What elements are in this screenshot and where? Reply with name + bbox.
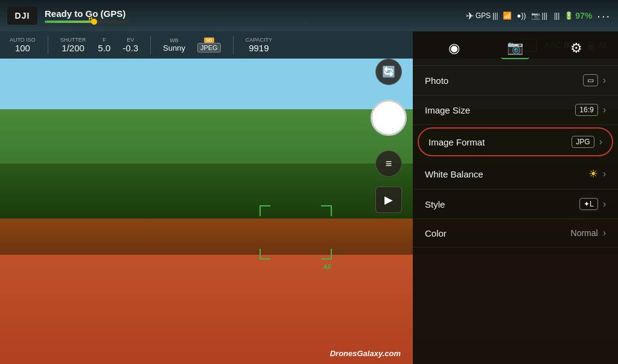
camera-icon: 📷 — [507, 40, 523, 56]
tab-aperture[interactable]: ◉ — [442, 38, 466, 59]
style-badge: ✦L — [579, 198, 598, 210]
ev-param: EV -0.3 — [123, 37, 138, 53]
ready-gps-section: Ready to Go (GPS) H — [45, 8, 129, 23]
param-divider-2 — [150, 36, 151, 54]
settings-panel: ◉ 📷 ⚙ Photo ▭ › Image Size 16:9 › I — [413, 31, 618, 364]
image-format-chevron: › — [599, 136, 602, 147]
style-row[interactable]: Style ✦L › — [413, 190, 618, 219]
playback-button[interactable]: ▶ — [375, 187, 402, 213]
capacity-param: CAPACITY 9919 — [246, 37, 272, 53]
capture-button[interactable] — [371, 100, 407, 136]
style-value: ✦L — [579, 198, 598, 210]
style-chevron: › — [603, 199, 606, 209]
dji-logo: DJI — [7, 7, 37, 25]
photo-label: Photo — [425, 75, 583, 86]
color-label: Color — [425, 228, 571, 238]
af-label: AF — [323, 263, 332, 270]
side-controls: 🔄 ≡ ▶ — [371, 59, 407, 213]
bracket-corner-tr — [321, 205, 332, 216]
param-divider-3 — [233, 36, 234, 54]
rotate-camera-button[interactable]: 🔄 — [375, 59, 402, 85]
gps-bar-fill — [45, 21, 95, 23]
aperture-param: F 5.0 — [98, 37, 110, 53]
white-balance-label: White Balance — [425, 169, 588, 179]
panel-tabs: ◉ 📷 ⚙ — [413, 31, 618, 66]
photo-setting-row[interactable]: Photo ▭ › — [413, 66, 618, 95]
image-size-label: Image Size — [425, 105, 575, 115]
format-param: SD JPEG — [197, 37, 221, 53]
image-size-chevron: › — [603, 104, 606, 115]
watermark: DronesGalaxy.com — [330, 349, 401, 358]
aperture-icon: ◉ — [448, 40, 460, 56]
gps-progress-bar: H — [45, 21, 129, 23]
param-divider-1 — [48, 36, 48, 54]
style-label: Style — [425, 199, 579, 209]
shutter-param: SHUTTER 1/200 — [60, 37, 86, 53]
bracket-corner-br — [321, 249, 332, 260]
image-size-row[interactable]: Image Size 16:9 › — [413, 95, 618, 125]
settings-list: Photo ▭ › Image Size 16:9 › Image Format… — [413, 66, 618, 364]
signal-status: 📶 — [503, 11, 512, 20]
tab-settings[interactable]: ⚙ — [564, 38, 588, 59]
bracket-corner-bl — [260, 249, 270, 260]
play-icon: ▶ — [384, 193, 393, 206]
hd-status: ||| — [552, 11, 559, 20]
af-bracket: AF — [260, 205, 332, 260]
color-row[interactable]: Color Normal › — [413, 219, 618, 247]
image-format-value: JPG — [572, 136, 594, 148]
iso-param: Auto ISO 100 — [10, 37, 36, 53]
sun-icon: ☀ — [588, 167, 598, 180]
video-signal: 📷 ||| — [531, 11, 547, 20]
ready-text: Ready to Go (GPS) — [45, 8, 129, 19]
image-size-value: 16:9 — [575, 104, 597, 116]
bracket-corner-tl — [260, 205, 270, 216]
slider-icon: ≡ — [386, 158, 392, 170]
photo-value: ▭ — [583, 74, 598, 86]
color-chevron: › — [603, 228, 606, 238]
image-format-row[interactable]: Image Format JPG › — [418, 127, 613, 156]
color-value: Normal — [571, 228, 598, 238]
photo-chevron: › — [603, 75, 606, 86]
wb-param: WB Sunny — [163, 37, 185, 53]
white-balance-value: ☀ — [588, 167, 598, 180]
white-balance-row[interactable]: White Balance ☀ › — [413, 159, 618, 190]
status-icons: ✈ GPS ||| 📶 ●)) 📷 ||| ||| 🔋 97% ··· — [466, 9, 611, 23]
status-bar: DJI Ready to Go (GPS) H ✈ GPS ||| 📶 ●)) … — [0, 0, 618, 31]
gps-h-marker: H — [89, 16, 93, 22]
wifi-status: ●)) — [517, 11, 526, 20]
battery-status: 🔋 97% — [564, 11, 592, 21]
rotate-icon: 🔄 — [382, 65, 395, 78]
gps-status: ✈ GPS ||| — [466, 10, 499, 22]
more-menu-button[interactable]: ··· — [597, 9, 611, 23]
white-balance-chevron: › — [603, 168, 606, 179]
settings-icon: ⚙ — [570, 40, 582, 56]
image-format-label: Image Format — [428, 137, 572, 147]
settings-slider-button[interactable]: ≡ — [375, 150, 402, 177]
drone-icon: ✈ — [466, 10, 474, 22]
tab-camera[interactable]: 📷 — [501, 37, 529, 59]
